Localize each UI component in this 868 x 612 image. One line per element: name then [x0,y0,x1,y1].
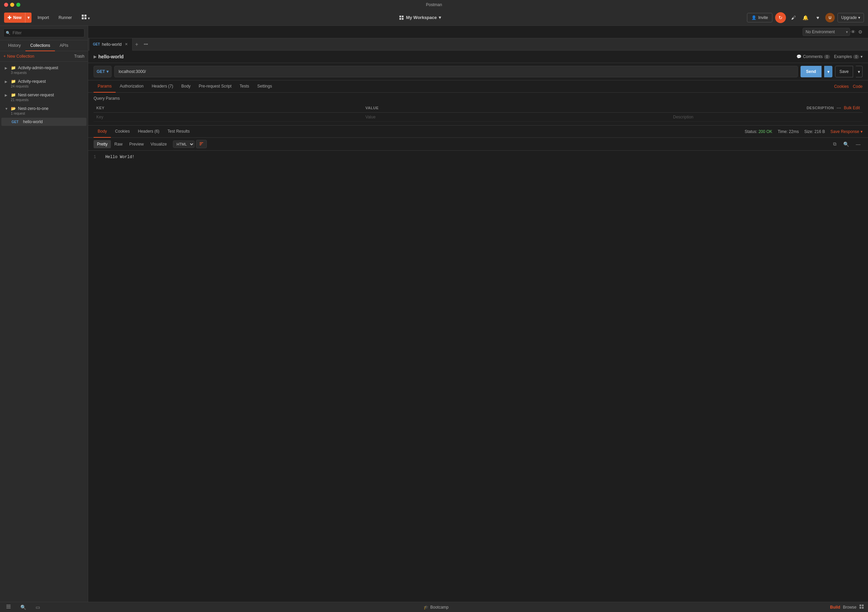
line-number-1: 1 [94,155,96,160]
code-link[interactable]: Code [853,84,863,89]
svg-rect-8 [6,605,11,606]
new-button-main[interactable]: ✚ New [4,12,25,23]
app-title: Postman [426,2,442,7]
notification-icon[interactable]: 🔔 [801,13,811,22]
comments-label: Comments [803,54,823,59]
filter-input[interactable] [3,28,84,37]
req-tab-headers[interactable]: Headers (7) [147,81,177,93]
comments-button[interactable]: 💬 Comments 0 [797,54,830,59]
param-description-input[interactable] [673,115,860,120]
new-button-arrow[interactable]: ▾ [25,12,31,23]
format-tab-preview[interactable]: Preview [126,140,147,148]
collection-item-1[interactable]: ▶ 📁 Activity-request 24 requests [2,77,87,90]
send-dropdown-button[interactable]: ▾ [824,66,832,77]
avatar[interactable]: U [825,13,835,22]
collection-item-2[interactable]: ▶ 📁 Nest-server-request 21 requests [2,90,87,104]
search-response-button[interactable]: 🔍 [841,140,851,148]
collection-meta-3: 1 request [11,112,83,115]
close-button[interactable] [4,3,8,7]
minimize-response-button[interactable]: — [854,140,863,148]
collection-item-3[interactable]: ▼ 📂 Nest-zero-to-one 1 request [2,104,87,117]
new-button[interactable]: ✚ New ▾ [4,12,31,23]
sidebar-toggle-button[interactable] [4,604,13,610]
sync-icon[interactable]: ↻ [775,12,786,23]
browse-button[interactable]: Browse [843,605,857,610]
sidebar-tabs: History Collections APIs [0,40,88,51]
collection-meta-0: 3 requests [11,71,83,75]
tab-more-button[interactable]: ••• [141,38,151,51]
tab-close-button[interactable]: ✕ [124,41,129,47]
value-column-header: VALUE [363,104,670,113]
format-tab-raw[interactable]: Raw [111,140,126,148]
grid-icon-bottom[interactable] [859,604,864,610]
cookies-link[interactable]: Cookies [834,84,849,89]
bootcamp-button[interactable]: 🎓 Bootcamp [423,605,449,610]
console-button[interactable]: ▭ [34,604,42,610]
runner-button[interactable]: Runner [55,12,75,23]
bulk-edit-button[interactable]: Bulk Edit [844,106,860,110]
invite-button[interactable]: 👤 Invite [747,13,772,22]
format-tab-pretty[interactable]: Pretty [94,140,111,148]
env-eye-button[interactable]: 👁 [851,29,856,34]
tab-collections[interactable]: Collections [25,40,55,51]
maximize-button[interactable] [16,3,20,7]
param-key-input[interactable] [96,115,360,120]
params-section: Query Params KEY VALUE DESCRIPTION [88,93,868,125]
save-button[interactable]: Save [835,66,853,77]
format-tab-visualize[interactable]: Visualize [147,140,170,148]
wrap-text-button[interactable] [196,140,207,148]
response-tab-body[interactable]: Body [94,126,111,138]
params-table: KEY VALUE DESCRIPTION ••• Bulk Edit [94,104,863,122]
upgrade-button[interactable]: Upgrade ▾ [837,13,864,22]
response-tab-cookies[interactable]: Cookies [111,126,133,138]
layout-button[interactable]: ▾ [78,12,93,23]
heart-icon[interactable]: ♥ [813,13,823,22]
size-value: 216 B [814,129,825,134]
svg-rect-7 [402,18,403,19]
env-settings-button[interactable]: ⚙ [858,29,863,34]
minimize-button[interactable] [10,3,14,7]
request-tab-0[interactable]: GET hello-world ✕ [90,38,133,51]
folder-icon-3: 📂 [11,106,16,111]
req-tab-prerequest[interactable]: Pre-request Script [195,81,236,93]
req-tab-params[interactable]: Params [94,81,116,93]
request-item-hello-world[interactable]: GET hello-world [2,118,87,126]
comments-count: 0 [824,54,830,59]
import-button[interactable]: Import [34,12,53,23]
folder-icon-2: 📁 [11,93,16,97]
svg-rect-12 [862,604,863,606]
collection-name-0: Activity-admin-request [18,65,58,70]
collection-arrow-3: ▼ [5,107,9,110]
traffic-lights [4,3,20,7]
search-bottom-button[interactable]: 🔍 [18,604,28,610]
request-breadcrumb: hello-world [98,54,124,59]
copy-response-button[interactable]: ⧉ [831,140,839,148]
param-value-input[interactable] [366,115,668,120]
examples-button[interactable]: Examples 0 ▾ [834,54,863,59]
send-button[interactable]: Send [801,66,821,77]
collection-item-0[interactable]: ▶ 📁 Activity-admin-request 3 requests [2,64,87,77]
brush-icon[interactable]: 🖌 [789,13,798,22]
tab-add-button[interactable]: + [133,38,141,51]
url-input[interactable] [114,66,798,77]
tab-history[interactable]: History [3,40,25,51]
trash-button[interactable]: Trash [74,54,84,59]
req-tab-settings[interactable]: Settings [253,81,276,93]
response-tab-headers[interactable]: Headers (6) [134,126,163,138]
new-collection-button[interactable]: + New Collection [3,54,34,59]
save-dropdown-button[interactable]: ▾ [856,66,863,77]
save-response-button[interactable]: Save Response ▾ [830,129,863,134]
format-type-select[interactable]: HTML [173,140,195,148]
workspace-button[interactable]: My Workspace ▾ [396,12,445,23]
folder-icon-0: 📁 [11,65,16,70]
response-body: 1 Hello World! [88,151,868,602]
req-tab-tests[interactable]: Tests [236,81,253,93]
method-select[interactable]: GET ▾ [94,66,112,77]
environment-dropdown[interactable]: No Environment [803,28,850,36]
req-tab-authorization[interactable]: Authorization [116,81,147,93]
request-tabs: Params Authorization Headers (7) Body Pr… [88,81,868,93]
response-tab-test-results[interactable]: Test Results [163,126,194,138]
build-button[interactable]: Build [830,605,840,610]
req-tab-body[interactable]: Body [177,81,195,93]
tab-apis[interactable]: APIs [55,40,73,51]
